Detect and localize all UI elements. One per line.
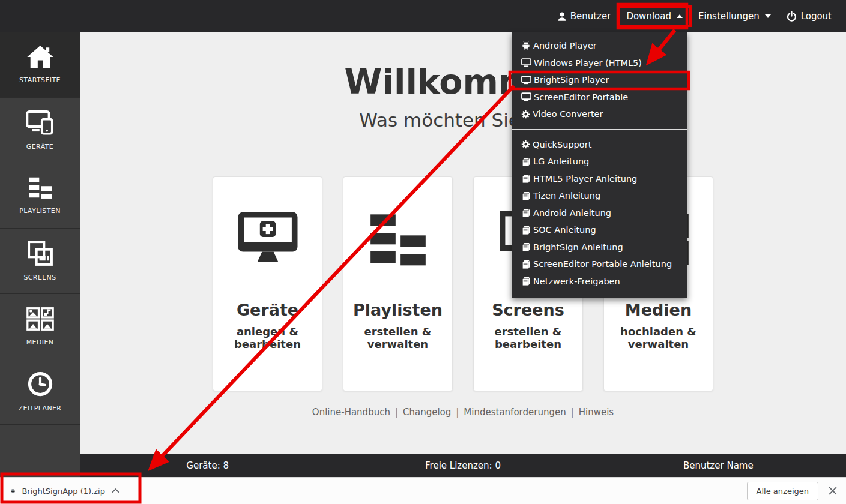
status-free-licenses: Freie Lizenzen: 0 [335, 460, 590, 471]
nav-settings-label: Einstellungen [698, 11, 760, 22]
menu-item-label: QuickSupport [533, 140, 591, 149]
menu-item-brightsign-anleitung[interactable]: BrightSign Anleitung [512, 239, 687, 256]
user-icon [558, 12, 566, 21]
card-title: Playlisten [353, 302, 443, 318]
menu-item-screeneditor-portable-anleitung[interactable]: ScreenEditor Portable Anleitung [512, 256, 687, 273]
zip-file-icon [11, 485, 15, 497]
menu-item-android-anleitung[interactable]: Android Anleitung [512, 205, 687, 222]
top-navbar: Benutzer Download Einstellungen Logout [0, 0, 846, 32]
page-title: Willkommen [80, 62, 846, 102]
menu-item-label: Tizen Anleitung [533, 191, 600, 200]
sidebar-item-label: MEDIEN [26, 338, 54, 346]
menu-item-label: Video Converter [533, 109, 603, 119]
footer-link-hinweis[interactable]: Hinweis [579, 407, 614, 418]
book-icon [521, 226, 531, 235]
gear-icon [521, 140, 530, 149]
download-highlight-box: Download [617, 5, 692, 27]
book-icon [521, 208, 531, 217]
playlist-icon [368, 212, 428, 267]
menu-item-lg-anleitung[interactable]: LG Anleitung [512, 153, 687, 170]
menu-item-label: Netzwerk-Freigaben [533, 277, 620, 286]
nav-download[interactable]: Download [626, 11, 683, 22]
sidebar-item-label: GERÄTE [26, 143, 53, 151]
sidebar: STARTSEITE GERÄTE PLAYLISTEN SCREENS MED… [0, 32, 80, 504]
book-icon [521, 174, 531, 183]
playlist-icon [28, 176, 53, 199]
menu-item-screeneditor-portable[interactable]: ScreenEditor Portable [512, 89, 687, 106]
sidebar-item-geraete[interactable]: GERÄTE [0, 98, 80, 163]
menu-item-label: ScreenEditor Portable [534, 92, 628, 102]
sidebar-item-label: PLAYLISTEN [19, 207, 61, 215]
footer-separator: | [456, 407, 459, 418]
footer-link-mindestanforderungen[interactable]: Mindestanforderungen [464, 407, 566, 418]
nav-user[interactable]: Benutzer [558, 11, 611, 22]
main-content: Willkommen Was möchten Sie tun? Geräte a… [80, 32, 846, 454]
status-bar: Geräte: 8 Freie Lizenzen: 0 Benutzer Nam… [80, 454, 846, 477]
book-icon [521, 277, 531, 286]
shelf-right-controls: Alle anzeigen [747, 482, 846, 500]
sidebar-item-label: SCREENS [23, 274, 56, 281]
page-subtitle: Was möchten Sie tun? [80, 109, 846, 131]
sidebar-item-label: STARTSEITE [19, 76, 61, 84]
card-playlisten[interactable]: Playlisten erstellen & verwalten [343, 176, 453, 391]
card-geraete[interactable]: Geräte anlegen & bearbeiten [213, 176, 322, 391]
card-subtitle: hochladen & verwalten [614, 325, 704, 350]
card-title: Screens [492, 302, 564, 318]
menu-item-quicksupport[interactable]: QuickSupport [512, 136, 687, 154]
card-icon-area [368, 177, 428, 302]
book-icon [521, 242, 531, 251]
menu-item-video-converter[interactable]: Video Converter [512, 106, 687, 123]
nav-settings[interactable]: Einstellungen [698, 11, 771, 22]
devices-icon [26, 110, 55, 135]
menu-item-html5-player-anleitung[interactable]: HTML5 Player Anleitung [512, 170, 687, 188]
power-icon [787, 11, 797, 22]
menu-item-tizen-anleitung[interactable]: Tizen Anleitung [512, 187, 687, 205]
card-subtitle: anlegen & bearbeiten [223, 325, 313, 350]
book-icon [521, 191, 531, 200]
downloaded-file-name: BrightSignApp (1).zip [22, 487, 105, 496]
card-title: Geräte [237, 302, 298, 318]
gear-icon [521, 110, 530, 119]
nav-user-label: Benutzer [570, 11, 611, 22]
menu-item-soc-anleitung[interactable]: SOC Anleitung [512, 221, 687, 239]
footer-link-changelog[interactable]: Changelog [403, 407, 451, 418]
menu-item-label: HTML5 Player Anleitung [533, 174, 637, 184]
chevron-up-icon[interactable] [112, 488, 119, 493]
monitor-plus-icon [237, 211, 298, 267]
footer-separator: | [395, 407, 398, 418]
menu-item-label: LG Anleitung [533, 157, 589, 166]
menu-item-label: Windows Player (HTML5) [534, 58, 642, 68]
menu-item-label: BrightSign Player [534, 75, 609, 85]
menu-item-windows-player[interactable]: Windows Player (HTML5) [512, 55, 687, 72]
home-icon [27, 46, 53, 68]
downloaded-file-item[interactable]: BrightSignApp (1).zip [0, 478, 128, 504]
sidebar-item-label: ZEITPLANER [19, 404, 62, 412]
footer-link-handbuch[interactable]: Online-Handbuch [312, 407, 390, 418]
app-root: { "navbar": { "user_label": "Benutzer", … [0, 0, 846, 504]
nav-logout[interactable]: Logout [787, 11, 832, 22]
status-user-name: Benutzer Name [591, 460, 846, 471]
menu-item-android-player[interactable]: Android Player [512, 37, 687, 55]
menu-item-brightsign-player[interactable]: BrightSign Player [512, 71, 687, 89]
monitor-icon [521, 76, 531, 85]
book-icon [521, 260, 531, 269]
card-subtitle: erstellen & verwalten [353, 325, 443, 350]
card-title: Medien [625, 302, 692, 318]
menu-item-label: BrightSign Anleitung [533, 242, 623, 252]
nav-download-label: Download [626, 11, 671, 22]
menu-item-label: SOC Anleitung [533, 225, 596, 235]
sidebar-item-screens[interactable]: SCREENS [0, 229, 80, 294]
media-icon [26, 307, 54, 331]
menu-divider [512, 129, 687, 130]
sidebar-item-startseite[interactable]: STARTSEITE [0, 32, 80, 98]
sidebar-item-zeitplaner[interactable]: ZEITPLANER [0, 359, 80, 425]
nav-logout-label: Logout [801, 11, 832, 22]
sidebar-item-medien[interactable]: MEDIEN [0, 294, 80, 359]
sidebar-item-playlisten[interactable]: PLAYLISTEN [0, 163, 80, 229]
close-shelf-icon[interactable] [829, 487, 837, 495]
menu-item-netzwerk-freigaben[interactable]: Netzwerk-Freigaben [512, 273, 687, 290]
show-all-downloads-button[interactable]: Alle anzeigen [747, 482, 818, 500]
clock-icon [28, 371, 53, 397]
download-dropdown-menu: Android Player Windows Player (HTML5) Br… [512, 32, 687, 298]
footer-separator: | [571, 407, 574, 418]
